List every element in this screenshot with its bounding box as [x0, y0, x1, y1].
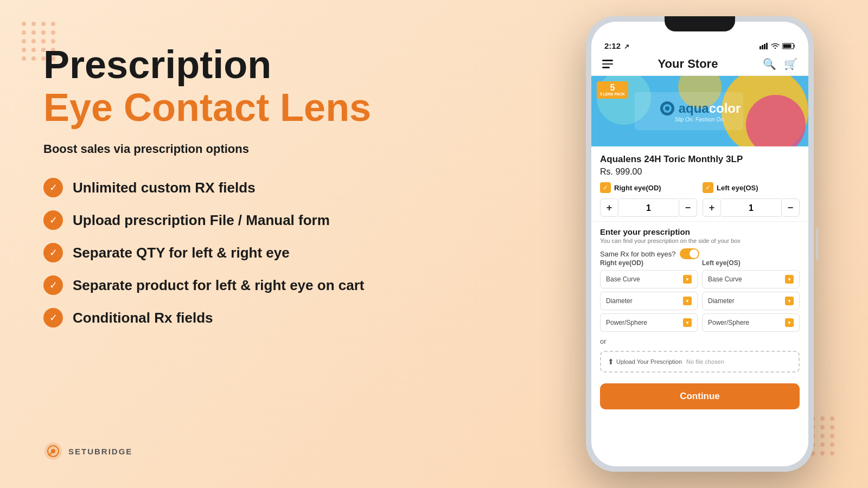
scroll-indicator: [816, 228, 818, 260]
right-qty-control: + 1 −: [600, 198, 697, 217]
feature-item: ✓ Upload prescription File / Manual form: [43, 210, 412, 230]
right-eye-checkbox[interactable]: ✓: [600, 182, 611, 193]
signal-icon: [760, 43, 768, 49]
feature-text: Separate product for left & right eye on…: [73, 277, 364, 294]
svg-rect-9: [783, 44, 792, 48]
right-diameter-arrow: ▼: [683, 297, 692, 305]
left-qty-minus[interactable]: −: [781, 198, 800, 217]
product-tagline: Slip On. Fashion On.: [675, 117, 725, 123]
right-qty-value: 1: [618, 198, 679, 217]
right-power-dropdown[interactable]: Power/Sphere ▼: [600, 313, 698, 332]
feature-text: Unlimited custom RX fields: [73, 179, 256, 196]
left-eye-option[interactable]: ✓ Left eye(OS): [703, 182, 800, 193]
toggle-knob: [690, 249, 698, 258]
right-base-curve-text: Base Curve: [606, 275, 640, 283]
continue-button[interactable]: Continue: [600, 383, 800, 409]
cart-icon[interactable]: 🛒: [784, 57, 797, 70]
upload-button[interactable]: ⬆ Upload Your Prescription: [608, 357, 682, 366]
battery-icon: [782, 43, 795, 49]
left-base-curve-arrow: ▼: [785, 275, 794, 284]
left-diameter-dropdown[interactable]: Diameter ▼: [702, 292, 800, 310]
eye-selection: ✓ Right eye(OD) ✓ Left eye(OS): [591, 177, 808, 198]
feature-text: Separate QTY for left & right eye: [73, 245, 290, 261]
check-icon: ✓: [43, 243, 63, 262]
right-col-header: Right eye(OD): [600, 259, 698, 267]
right-eye-label: Right eye(OD): [614, 184, 661, 192]
qty-row: + 1 − + 1 −: [591, 198, 808, 221]
status-time: 2:12 ↗: [604, 41, 629, 50]
phone-container: 2:12 ↗: [586, 16, 814, 472]
left-eye-checkbox[interactable]: ✓: [703, 182, 713, 193]
product-name: Aqualens 24H Toric Monthly 3LP: [600, 154, 800, 165]
feature-text: Conditional Rx fields: [73, 310, 213, 326]
app-title: Your Store: [658, 57, 718, 71]
check-icon: ✓: [43, 210, 63, 230]
brand-logo: SETUBRIDGE: [43, 441, 132, 461]
left-eye-label: Left eye(OS): [717, 184, 758, 192]
feature-text: Upload prescription File / Manual form: [73, 212, 330, 229]
product-info: Aqualens 24H Toric Monthly 3LP Rs. 999.0…: [591, 146, 808, 177]
feature-item: ✓ Separate product for left & right eye …: [43, 275, 412, 295]
left-power-text: Power/Sphere: [708, 319, 749, 326]
left-diameter-text: Diameter: [708, 297, 735, 305]
right-eye-option[interactable]: ✓ Right eye(OD): [600, 182, 697, 193]
hamburger-menu[interactable]: [602, 60, 613, 68]
prescription-title: Enter your prescription: [600, 227, 800, 236]
right-power-arrow: ▼: [683, 318, 692, 327]
headline-line2: Eye Contact Lens: [43, 86, 412, 129]
right-eye-rx-col: Right eye(OD) Base Curve ▼ Diameter ▼: [600, 259, 698, 335]
left-qty-plus[interactable]: +: [703, 198, 721, 217]
upload-icon: ⬆: [608, 357, 614, 366]
left-eye-rx-col: Left eye(OS) Base Curve ▼ Diameter ▼: [702, 259, 800, 335]
or-divider: or: [600, 335, 800, 348]
upload-text: Upload Your Prescription: [616, 358, 682, 365]
check-icon: ✓: [43, 308, 63, 328]
product-price: Rs. 999.00: [600, 167, 800, 177]
svg-rect-6: [764, 44, 765, 49]
brand-icon: [43, 441, 63, 461]
same-rx-toggle[interactable]: [680, 248, 699, 259]
prescription-subtitle: You can find your prescription on the si…: [600, 237, 800, 244]
rx-columns: Right eye(OD) Base Curve ▼ Diameter ▼: [600, 259, 800, 335]
check-icon: ✓: [43, 275, 63, 295]
lens-pack-badge: 5 5 LENS PACK: [597, 81, 628, 99]
headline-line1: Prescription: [43, 43, 412, 86]
left-qty-value: 1: [721, 198, 781, 217]
feature-list: ✓ Unlimited custom RX fields ✓ Upload pr…: [43, 178, 412, 328]
svg-rect-7: [766, 43, 768, 49]
right-qty-plus[interactable]: +: [600, 198, 618, 217]
left-power-dropdown[interactable]: Power/Sphere ▼: [702, 313, 800, 332]
brand-name: SETUBRIDGE: [68, 447, 132, 456]
prescription-section: Enter your prescription You can find you…: [591, 221, 808, 378]
app-header: Your Store 🔍 🛒: [591, 53, 808, 76]
left-base-curve-text: Base Curve: [708, 275, 742, 283]
no-file-text: No file chosen: [686, 358, 724, 365]
same-rx-label: Same Rx for both eyes?: [600, 250, 675, 258]
svg-point-18: [665, 106, 669, 111]
left-base-curve-dropdown[interactable]: Base Curve ▼: [702, 270, 800, 288]
search-icon[interactable]: 🔍: [763, 57, 776, 70]
product-brand-logo: aquacolor: [679, 101, 741, 116]
feature-item: ✓ Separate QTY for left & right eye: [43, 243, 412, 262]
left-qty-control: + 1 −: [703, 198, 800, 217]
same-rx-row: Same Rx for both eyes?: [600, 248, 800, 259]
right-diameter-text: Diameter: [606, 297, 633, 305]
wifi-icon: [770, 43, 780, 49]
right-power-text: Power/Sphere: [606, 319, 647, 326]
left-power-arrow: ▼: [785, 318, 794, 327]
subtitle: Boost sales via prescription options: [43, 142, 412, 156]
left-col-header: Left eye(OS): [702, 259, 800, 267]
phone-outer: 2:12 ↗: [586, 16, 814, 472]
svg-rect-5: [762, 45, 763, 49]
right-base-curve-dropdown[interactable]: Base Curve ▼: [600, 270, 698, 288]
phone-screen: 2:12 ↗: [591, 22, 808, 466]
aqua-brand-icon: [659, 100, 675, 117]
feature-item: ✓ Unlimited custom RX fields: [43, 178, 412, 197]
phone-notch: [665, 16, 735, 31]
product-image: 5 5 LENS PACK aquacolor Slip On. F: [591, 76, 808, 146]
right-diameter-dropdown[interactable]: Diameter ▼: [600, 292, 698, 310]
right-base-curve-arrow: ▼: [683, 275, 692, 284]
right-qty-minus[interactable]: −: [679, 198, 697, 217]
upload-section[interactable]: ⬆ Upload Your Prescription No file chose…: [600, 351, 800, 373]
feature-item: ✓ Conditional Rx fields: [43, 308, 412, 328]
